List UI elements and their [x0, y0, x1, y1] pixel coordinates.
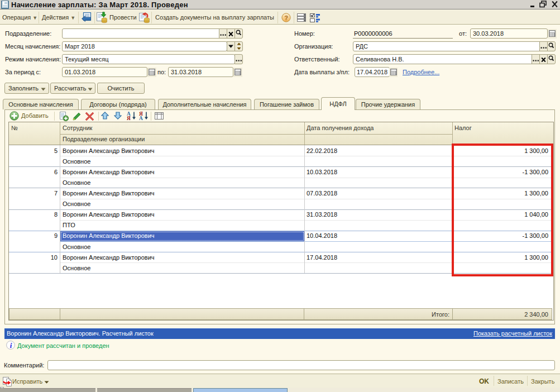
svg-text:Я: Я [127, 116, 131, 121]
svg-text:i: i [10, 341, 12, 350]
svg-text:А: А [139, 116, 143, 121]
svg-text:?: ? [284, 15, 288, 21]
